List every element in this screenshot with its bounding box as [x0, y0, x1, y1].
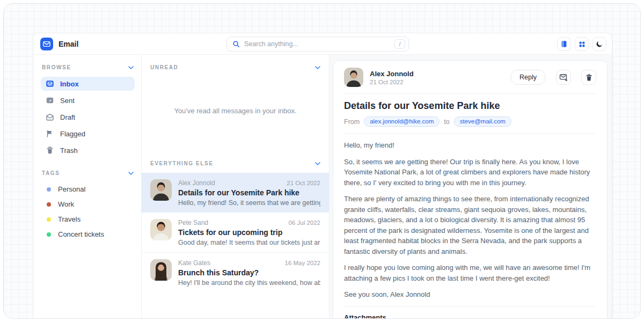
- sender-info: Alex Jonnold 21 Oct 2022: [370, 70, 504, 85]
- brand: Email: [33, 38, 78, 50]
- sidebar-item-label: Sent: [60, 97, 75, 105]
- chevron-down-icon: [315, 162, 320, 165]
- everything-else-section-header[interactable]: EVERYTHING ELSE: [142, 151, 329, 166]
- dark-mode-button[interactable]: [592, 37, 606, 51]
- sidebar-item-label: Inbox: [60, 80, 79, 88]
- sent-icon: [46, 96, 54, 105]
- tag-item-personal[interactable]: Personal: [41, 182, 135, 196]
- contacts-button[interactable]: [557, 37, 571, 51]
- sidebar-item-label: Trash: [60, 147, 78, 155]
- browse-section-header[interactable]: BROWSE: [41, 64, 135, 70]
- avatar: [150, 219, 172, 240]
- app-title: Email: [58, 40, 78, 48]
- tag-label: Work: [58, 200, 74, 208]
- mail-preview: Good day, mate! It seems that our ticket…: [178, 239, 320, 246]
- tag-label: Personal: [58, 185, 85, 193]
- from-to-row: From alex.jonnold@hike.com to steve@mail…: [344, 116, 596, 127]
- tag-item-travels[interactable]: Travels: [41, 213, 135, 226]
- divider: [344, 93, 596, 94]
- reply-button[interactable]: Reply: [510, 70, 546, 85]
- mail-date: 16 May 2022: [285, 260, 321, 266]
- search-bar[interactable]: /: [226, 36, 409, 52]
- forward-mail-button[interactable]: [556, 70, 571, 85]
- sidebar-item-sent[interactable]: Sent: [41, 93, 135, 107]
- apps-button[interactable]: [575, 37, 589, 51]
- body-paragraph: There are plenty of amazing things to se…: [344, 194, 596, 257]
- avatar: [150, 179, 172, 201]
- sidebar-item-flagged[interactable]: Flagged: [41, 127, 135, 141]
- divider: [344, 306, 596, 307]
- unread-section-header[interactable]: UNREAD: [142, 55, 329, 70]
- sidebar-item-inbox[interactable]: Inbox: [41, 77, 135, 91]
- email-logo-icon: [40, 38, 53, 50]
- body-paragraph: See you soon, Alex Jonnold: [344, 289, 596, 300]
- tag-color-dot: [47, 187, 51, 192]
- sidebar: BROWSE Inbox Sent: [33, 55, 142, 319]
- to-email-chip[interactable]: steve@mail.com: [454, 116, 511, 127]
- sidebar-item-trash[interactable]: Trash: [41, 143, 135, 157]
- chevron-down-icon: [315, 66, 320, 69]
- mail-subject: Brunch this Saturday?: [178, 268, 320, 277]
- everything-else-label: EVERYTHING ELSE: [150, 160, 214, 166]
- sidebar-item-label: Draft: [60, 113, 75, 121]
- avatar: [344, 68, 363, 87]
- mail-date: 06 Jul 2022: [289, 219, 320, 226]
- detail-date: 21 Oct 2022: [370, 79, 504, 85]
- tag-item-concert-tickets[interactable]: Concert tickets: [41, 228, 135, 241]
- address-book-icon: [560, 40, 568, 48]
- delete-mail-button[interactable]: [581, 70, 596, 85]
- moon-icon: [596, 40, 603, 48]
- sidebar-item-label: Flagged: [60, 130, 85, 138]
- tag-item-work[interactable]: Work: [41, 197, 135, 211]
- draft-icon: [46, 113, 54, 121]
- mail-sender: Pete Sand: [178, 219, 208, 226]
- tag-label: Travels: [58, 215, 80, 223]
- unread-label: UNREAD: [150, 64, 178, 70]
- mail-item-content: Pete Sand 06 Jul 2022 Tickets for our up…: [178, 219, 320, 246]
- mail-list-item[interactable]: Alex Jonnold 21 Oct 2022 Details for our…: [142, 173, 329, 213]
- tag-color-dot: [47, 202, 51, 207]
- browse-label: BROWSE: [42, 64, 71, 70]
- mail-subject: Tickets for our upcoming trip: [178, 228, 320, 237]
- mail-item-content: Kate Gates 16 May 2022 Brunch this Satur…: [178, 259, 320, 287]
- topbar: Email /: [33, 33, 612, 55]
- trash-icon: [46, 146, 54, 155]
- mail-list-item[interactable]: Kate Gates 16 May 2022 Brunch this Satur…: [142, 252, 329, 292]
- envelope-forward-icon: [559, 73, 568, 82]
- inbox-icon: [46, 79, 54, 88]
- divider: [344, 133, 596, 134]
- tag-color-dot: [47, 217, 51, 222]
- mail-list-item[interactable]: Pete Sand 06 Jul 2022 Tickets for our up…: [142, 213, 329, 252]
- chevron-down-icon: [128, 172, 134, 175]
- mail-sender: Alex Jonnold: [178, 179, 215, 187]
- tags-label: TAGS: [42, 170, 60, 176]
- mail-preview: Hello, my friend! So, it seems that we a…: [178, 199, 320, 207]
- from-label: From: [344, 118, 360, 126]
- search-input[interactable]: [244, 40, 390, 48]
- mail-detail-card: Alex Jonnold 21 Oct 2022 Reply: [333, 60, 608, 319]
- detail-subject: Details for our Yosemite Park hike: [344, 100, 596, 112]
- mail-date: 21 Oct 2022: [287, 180, 320, 186]
- sidebar-item-draft[interactable]: Draft: [41, 110, 135, 124]
- tags-section-header[interactable]: TAGS: [41, 170, 135, 176]
- apps-grid-icon: [579, 41, 586, 48]
- topbar-actions: [557, 37, 606, 51]
- search-icon: [232, 40, 240, 48]
- mail-detail-pane: Alex Jonnold 21 Oct 2022 Reply: [330, 55, 612, 319]
- body-paragraph: So, it seems we are getting there! Our t…: [344, 157, 596, 188]
- mail-body-text: Hello, my friend! So, it seems we are ge…: [344, 140, 596, 300]
- desktop-background: Email /: [3, 3, 641, 319]
- body-paragraph: I really hope you love coming along with…: [344, 262, 596, 283]
- flag-icon: [46, 129, 54, 138]
- search-shortcut-badge: /: [394, 39, 405, 49]
- avatar: [150, 259, 172, 281]
- mail-detail-header: Alex Jonnold 21 Oct 2022 Reply: [344, 68, 596, 87]
- to-label: to: [444, 118, 449, 126]
- detail-sender-name: Alex Jonnold: [370, 70, 504, 78]
- mail-subject: Details for our Yosemite Park hike: [178, 188, 320, 197]
- mail-item-content: Alex Jonnold 21 Oct 2022 Details for our…: [178, 179, 320, 207]
- body-paragraph: Hello, my friend!: [344, 140, 596, 151]
- from-email-chip[interactable]: alex.jonnold@hike.com: [364, 116, 440, 127]
- tag-color-dot: [47, 232, 51, 237]
- attachments-label: Attachments: [344, 313, 596, 319]
